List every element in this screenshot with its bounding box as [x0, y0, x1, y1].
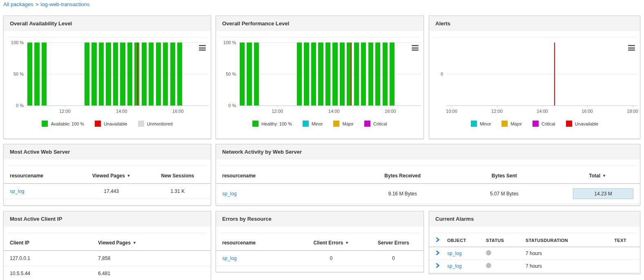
table-row: 127.0.0.17,858 — [4, 251, 211, 266]
current-alarms-table: OBJECTSTATUSSTATUSDURATIONTEXTsp_log7 ho… — [429, 233, 640, 273]
cell-client-ip: 10.5.5.44 — [4, 266, 95, 280]
column-header-bytes-sent[interactable]: Bytes Sent — [453, 166, 555, 184]
column-header-viewed-pages[interactable]: Viewed Pages▼ — [95, 233, 211, 251]
column-header-viewed-pages[interactable]: Viewed Pages▼ — [78, 166, 145, 184]
panel-title: Network Activity by Web Server — [216, 144, 640, 159]
column-header-resourcename[interactable]: resourcename — [216, 233, 299, 251]
sort-desc-icon[interactable]: ▼ — [602, 174, 606, 178]
column-header-resourcename[interactable]: resourcename — [216, 166, 352, 184]
data-table: OBJECTSTATUSSTATUSDURATIONTEXTsp_log7 ho… — [429, 233, 640, 273]
chart-bar — [34, 43, 39, 105]
column-header-label: STATUSDURATION — [526, 238, 568, 243]
column-header-statusduration[interactable]: STATUSDURATION — [523, 233, 601, 247]
cell-text — [601, 247, 640, 260]
current-time-marker — [137, 43, 138, 105]
column-header-client-errors[interactable]: Client Errors▼ — [299, 233, 363, 251]
chart-bar — [149, 43, 154, 105]
resource-link[interactable]: sp_log — [10, 188, 24, 194]
breadcrumb-link-current[interactable]: log-web-transactions — [40, 1, 89, 7]
chart-bar — [254, 43, 259, 105]
legend-swatch — [333, 121, 339, 127]
hamburger-icon[interactable] — [412, 45, 419, 51]
current-time-marker — [351, 43, 352, 105]
legend-label: Available: 100 % — [51, 121, 84, 126]
cell-value: 17,443 — [104, 188, 119, 194]
total-value-bar: 14.23 M — [573, 188, 633, 199]
legend-label: Major — [342, 121, 354, 126]
column-header-label: Viewed Pages — [92, 173, 125, 179]
alerts-chart[interactable]: 010:0012:0014:0016:0018:00 — [446, 43, 637, 106]
x-axis-tick — [178, 105, 178, 107]
chart-bar — [99, 43, 104, 105]
chevron-right-icon[interactable] — [435, 250, 440, 255]
table-header-row: resourcenameBytes ReceivedBytes SentTota… — [216, 166, 640, 184]
cell-value: 10.5.5.44 — [10, 271, 30, 276]
x-axis-tick — [122, 105, 122, 107]
chart-bar — [163, 43, 168, 105]
table-header-row: resourcenameClient Errors▼Server Errors — [216, 233, 423, 251]
chart-bar — [247, 43, 252, 105]
sort-desc-icon[interactable]: ▼ — [345, 241, 349, 245]
panel-current-alarms: Current Alarms OBJECTSTATUSSTATUSDURATIO… — [429, 211, 640, 274]
legend-item: Major — [333, 121, 354, 127]
chevron-right-icon[interactable] — [435, 263, 440, 268]
data-table: resourcenameClient Errors▼Server Errorss… — [216, 233, 423, 266]
column-header-status[interactable]: STATUS — [484, 233, 523, 247]
table-row: sp_log7 hours — [429, 260, 640, 273]
cell-server-errors: 0 — [363, 251, 423, 266]
cell-text — [601, 260, 640, 273]
cell-statusduration: 7 hours — [523, 247, 601, 260]
column-header-new-sessions[interactable]: New Sessions — [145, 166, 211, 184]
chart-bar — [375, 43, 380, 105]
data-table: resourcenameViewed Pages▼New Sessionssp_… — [4, 166, 211, 199]
column-header-resourcename[interactable]: resourcename — [4, 166, 78, 184]
divider — [8, 37, 207, 38]
cell-value: 127.0.0.1 — [10, 255, 30, 261]
column-header-total[interactable]: Total▼ — [555, 166, 640, 184]
column-header-label: resourcename — [222, 240, 256, 246]
chart-bar — [120, 43, 125, 105]
breadcrumb-link-all-packages[interactable]: All packages — [3, 1, 33, 7]
performance-chart[interactable]: 100 %50 %0 %12:0014:0016:00 — [239, 43, 421, 106]
x-axis-tick — [65, 105, 65, 107]
column-header-object[interactable]: OBJECT — [445, 233, 484, 247]
panel-network-activity: Network Activity by Web Server resourcen… — [216, 144, 640, 206]
chart-bar — [156, 43, 161, 105]
panel-title: Current Alarms — [429, 211, 640, 226]
cell-bytes-received: 9.16 M Bytes — [352, 184, 453, 204]
hamburger-icon[interactable] — [628, 45, 635, 51]
sort-desc-icon[interactable]: ▼ — [133, 241, 136, 245]
legend-label: Unavailable — [575, 121, 598, 126]
column-header-label: Bytes Sent — [492, 173, 517, 179]
x-axis-tick-label: 12:00 — [59, 109, 71, 114]
x-axis-tick-label: 10:00 — [446, 109, 457, 114]
hamburger-icon[interactable] — [199, 45, 206, 51]
legend-item: Unmonitored — [138, 121, 173, 127]
legend-label: Unmonitored — [147, 121, 173, 126]
column-header-bytes-received[interactable]: Bytes Received — [352, 166, 453, 184]
availability-chart[interactable]: 100 %50 %0 %12:0014:0016:00 — [27, 43, 209, 106]
gridline — [446, 74, 637, 74]
x-axis-tick-label: 14:00 — [116, 109, 127, 114]
resource-link[interactable]: sp_log — [222, 255, 236, 261]
cell-resourcename: sp_log — [4, 184, 78, 199]
panel-title: Errors by Resource — [216, 211, 423, 226]
sort-desc-icon[interactable]: ▼ — [127, 174, 131, 178]
panel-overall-availability: Overall Availability Level 100 %50 %0 %1… — [3, 16, 211, 139]
column-header-server-errors[interactable]: Server Errors — [363, 233, 423, 251]
cell-status — [484, 247, 523, 260]
resource-link[interactable]: sp_log — [447, 251, 461, 256]
most-active-client-ip-table: Client IPViewed Pages▼127.0.0.17,85810.5… — [4, 233, 211, 280]
column-header-text[interactable]: TEXT — [601, 233, 640, 247]
x-axis-tick — [542, 105, 543, 107]
column-header-label: TEXT — [614, 238, 626, 243]
column-header-label: Client IP — [10, 240, 29, 246]
column-header-client-ip[interactable]: Client IP — [4, 233, 95, 251]
chart-bar — [42, 43, 47, 105]
chart-bar — [127, 43, 132, 105]
legend-swatch — [42, 121, 48, 127]
resource-link[interactable]: sp_log — [222, 191, 236, 197]
x-axis-tick-label: 12:00 — [491, 109, 503, 114]
chevron-right-icon[interactable] — [435, 237, 440, 242]
resource-link[interactable]: sp_log — [447, 263, 461, 269]
